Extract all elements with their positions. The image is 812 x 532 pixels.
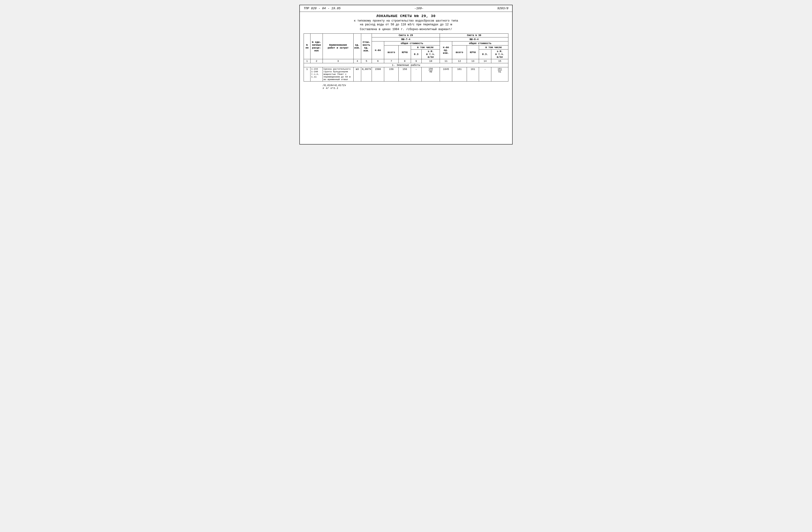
col-num-6: 6 [372,59,384,63]
col-num-9: 9 [411,59,422,63]
document-page: ТПР 820 - 04 - 19.85 -169- 9203/8 ЛОКАЛЬ… [299,5,513,145]
main-table: №пп № еди-ничныхрасце-нок Наименованиера… [304,33,508,82]
col-header-vtom30: в том числе [479,45,508,49]
col-num-11: 11 [440,59,452,63]
page-header: ТПР 820 - 04 - 19.85 -169- 9203/8 [300,5,512,12]
col-num-7: 7 [384,59,398,63]
title-section: ЛОКАЛЬНЫЕ СМЕТЫ №№ 29, 30 к типовому про… [304,14,508,31]
header-row-1: №пп № еди-ничныхрасце-нок Наименованиера… [304,34,508,38]
header-right: 9203/8 [497,6,508,10]
col-header-num: №пп [304,34,310,59]
col-header-obsh30: общая стоимость [452,42,508,45]
col-header-nuchi30: НУЧп [467,45,479,59]
col-header-o3-29: 0.3 [411,49,422,59]
col-header-vsh74: ВШ-7-4 [372,38,440,42]
col-num-5: 5 [361,59,372,63]
main-title: ЛОКАЛЬНЫЕ СМЕТЫ №№ 29, 30 [304,14,508,18]
col-num-15: 15 [491,59,508,63]
col-header-name: Наименованиеработ и затрат [323,34,353,59]
table-row: 1 1-2331-240т.ч.п.1.11 Срезка растительн… [304,67,508,82]
col-num-2: 2 [310,59,323,63]
cell-unit-num: 1-2331-240т.ч.п.1.11 [310,67,323,82]
footnote-line-1: /0,0194+0,0172x [322,84,508,87]
col-header-smeta29: Смета № 29 [372,34,440,38]
col-header-vsego30: всего [452,45,467,59]
subtitle1: к типовому проекту на строительство водо… [304,19,508,23]
cell-eml29: 156 49 [421,67,440,82]
col-header-vtom29: в том числе [411,45,440,49]
col-num-8: 8 [398,59,411,63]
header-left: ТПР 820 - 04 - 19.85 [304,6,340,10]
header-center: -169- [414,6,423,10]
col-header-unit: ед.изм. [353,34,361,59]
col-header-eml-30: э.М.в т.ч.в/пл [491,49,508,59]
page-body: ЛОКАЛЬНЫЕ СМЕТЫ №№ 29, 30 к типовому про… [300,12,512,93]
cell-kvo29: 1590 [372,67,384,82]
footnote-line-2: x 4/ x^1.1 [322,87,508,90]
col-header-o3-30: 0.3. [479,49,491,59]
col-header-obsh29: общая стоимость [384,42,440,45]
col-num-12: 12 [452,59,467,63]
col-header-kvo-edn30: к-воед.изм. [440,42,452,59]
subtitle2: на расход воды от 50 до 110 м3/с при пер… [304,23,508,26]
col-header-unit-num: № еди-ничныхрасце-нок [310,34,323,59]
col-header-kvo29: к-во [372,42,384,59]
cell-num: 1 [304,67,310,82]
col-num-10: 10 [421,59,440,63]
col-header-vsh84: ВШ-8-4 [440,38,508,42]
col-header-cost: Стои-мостьед.изм. [361,34,372,59]
cell-o3-30: - [479,67,491,82]
col-num-1: 1 [304,59,310,63]
cell-unit-cost: 0,0979 [361,67,372,82]
col-header-vsego29: всего [384,45,398,59]
col-num-13: 13 [467,59,479,63]
footnote: /0,0194+0,0172x x 4/ x^1.1 [304,84,508,90]
col-num-3: 3 [323,59,353,63]
cell-nuchi29: 156 [398,67,411,82]
cell-vsego30: 161 [452,67,467,82]
col-header-smeta30: Смета № 30 [440,34,508,38]
cell-unit: м3 [353,67,361,82]
col-header-eml-29: э.М.в т.ч.в/пл [421,49,440,59]
col-header-nuchi29: НУЧп [398,45,411,59]
col-num-14: 14 [479,59,491,63]
compiled-text: Составлена в ценах 1984 г. /сборно-монол… [304,28,508,31]
cell-name: Срезка растительного грунта бульдозером … [323,67,353,82]
col-num-4: 4 [353,59,361,63]
cell-kvo30: 1645 [440,67,452,82]
header-number-row: 1 2 3 4 5 6 7 8 9 10 11 12 13 14 15 [304,59,508,63]
cell-vsego29: 156 [384,67,398,82]
cell-eml30: 161 51 [491,67,508,82]
cell-nuchi30: 161 [467,67,479,82]
cell-o3-29: - [411,67,422,82]
section-title: 1. Земляные работы [304,63,508,67]
section-title-row: 1. Земляные работы [304,63,508,67]
